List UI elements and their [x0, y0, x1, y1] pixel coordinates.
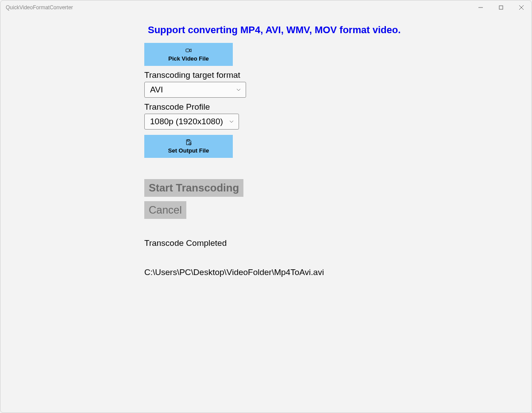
save-file-icon [185, 139, 192, 146]
window-controls [470, 0, 532, 15]
target-format-select[interactable]: AVI [144, 82, 246, 98]
chevron-down-icon [236, 87, 241, 92]
minimize-icon [478, 5, 483, 10]
profile-label: Transcode Profile [144, 102, 532, 112]
profile-value: 1080p (1920x1080) [150, 117, 223, 126]
start-transcoding-button[interactable]: Start Transcoding [144, 179, 243, 197]
svg-rect-5 [187, 140, 189, 141]
window-title: QuickVideoFormatConverter [6, 4, 73, 11]
close-icon [519, 5, 524, 10]
video-camera-icon [185, 47, 192, 54]
headline-text: Support converting MP4, AVI, WMV, MOV fo… [148, 24, 532, 36]
target-format-value: AVI [150, 85, 163, 95]
close-button[interactable] [511, 0, 532, 15]
set-output-button[interactable]: Set Output File [144, 135, 233, 158]
svg-rect-1 [499, 6, 503, 9]
pick-video-button[interactable]: Pick Video File [144, 43, 233, 66]
titlebar: QuickVideoFormatConverter [0, 0, 532, 15]
content-area: Support converting MP4, AVI, WMV, MOV fo… [0, 15, 532, 413]
minimize-button[interactable] [470, 0, 491, 15]
svg-rect-4 [186, 49, 189, 52]
maximize-icon [499, 5, 503, 10]
maximize-button[interactable] [491, 0, 511, 15]
status-text: Transcode Completed [144, 238, 532, 248]
output-path-text: C:\Users\PC\Desktop\VideoFolder\Mp4ToAvi… [144, 268, 532, 277]
set-output-label: Set Output File [168, 147, 209, 154]
app-window: QuickVideoFormatConverter Support conver… [0, 0, 532, 413]
chevron-down-icon [229, 119, 234, 124]
target-format-label: Transcoding target format [144, 70, 532, 80]
pick-video-label: Pick Video File [168, 55, 209, 62]
profile-select[interactable]: 1080p (1920x1080) [144, 114, 239, 130]
cancel-button[interactable]: Cancel [144, 201, 186, 219]
